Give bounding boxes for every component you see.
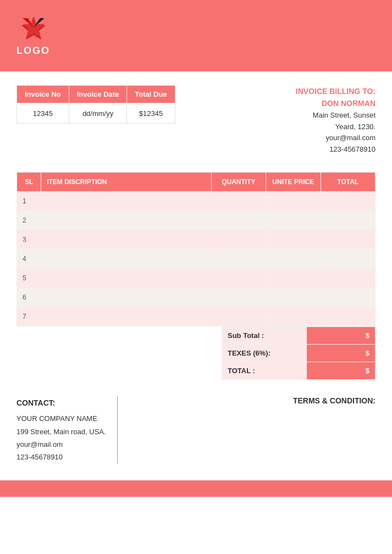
contact-phone: 123-45678910 [16,451,106,463]
row-desc [41,268,211,287]
items-table: SL ITEM DISCRIPTION QUANTITY UNITE PRICE… [16,172,376,326]
row-price [266,191,321,210]
subtotal-value: $ [307,326,376,344]
header: LOGO [0,0,392,71]
terms-title: TERMS & CONDITION: [293,396,376,405]
footer-info: CONTACT: YOUR COMPANY NAME 199 Street, M… [0,385,392,469]
table-row: 2 [17,210,376,230]
total-label: TOTAL : [222,362,307,379]
logo-icon [17,15,50,43]
col-total-due-header: Total Due [127,86,175,103]
row-price [266,307,321,326]
row-sl: 1 [17,191,41,210]
row-price [266,249,321,268]
logo-area: LOGO [16,15,50,57]
col-invoice-date-header: Invoice Date [69,86,127,103]
invoice-meta-table: Invoice No Invoice Date Total Due 12345 … [16,85,175,124]
row-qty [211,230,266,249]
row-desc [41,307,211,326]
col-invoice-no-header: Invoice No [17,86,69,103]
row-sl: 4 [17,249,41,268]
billing-email: your@mail.com [296,132,376,144]
row-qty [211,249,266,268]
row-sl: 7 [17,307,41,326]
items-section: SL ITEM DISCRIPTION QUANTITY UNITE PRICE… [0,172,392,326]
totals-table: Sub Total : $ TEXES (6%): $ TOTAL : $ [222,326,376,380]
contact-company: YOUR COMPANY NAME [16,412,106,425]
col-price-header: UNITE PRICE [266,172,321,191]
row-price [266,210,321,230]
table-row: 5 [17,268,376,287]
contact-address: 199 Street, Main road, USA. [16,425,106,438]
row-total [321,249,375,268]
row-total [321,230,375,249]
row-desc [41,287,211,307]
row-total [321,210,375,230]
col-qty-header: QUANTITY [211,172,266,191]
row-sl: 6 [17,287,41,307]
row-desc [41,210,211,230]
row-qty [211,307,266,326]
footer-inner: CONTACT: YOUR COMPANY NAME 199 Street, M… [16,396,129,464]
row-qty [211,191,266,210]
table-row: 7 [17,307,376,326]
tax-value: $ [307,344,376,362]
row-sl: 2 [17,210,41,230]
col-desc-header: ITEM DISCRIPTION [41,172,211,191]
row-desc [41,230,211,249]
invoice-no-value: 12345 [17,103,69,124]
tax-label: TEXES (6%): [222,344,307,362]
row-total [321,287,375,307]
row-sl: 5 [17,268,41,287]
col-sl-header: SL [17,172,41,191]
row-total [321,268,375,287]
divider-line [117,396,118,464]
row-qty [211,287,266,307]
billing-info: INVOICE BILLING TO: DON NORMAN Main Stre… [296,85,376,156]
row-total [321,307,375,326]
info-section: Invoice No Invoice Date Total Due 12345 … [0,74,392,167]
contact-section: CONTACT: YOUR COMPANY NAME 199 Street, M… [16,396,106,464]
row-desc [41,191,211,210]
totals-section: Sub Total : $ TEXES (6%): $ TOTAL : $ [0,326,392,380]
row-price [266,287,321,307]
invoice-date-value: dd/mm/yy [69,103,127,124]
row-desc [41,249,211,268]
bottom-bar [0,480,392,497]
billing-address2: Yeard, 1230. [296,121,376,133]
row-sl: 3 [17,230,41,249]
table-row: 3 [17,230,376,249]
row-qty [211,268,266,287]
row-price [266,230,321,249]
row-total [321,191,375,210]
total-due-value: $12345 [127,103,175,124]
table-row: 1 [17,191,376,210]
billing-title: INVOICE BILLING TO: [296,85,376,97]
total-value: $ [307,362,376,379]
subtotal-label: Sub Total : [222,326,307,344]
billing-phone: 123-45678910 [296,144,376,156]
col-total-header: TOTAL [321,172,375,191]
table-row: 4 [17,249,376,268]
billing-name: DON NORMAN [296,97,376,109]
terms-section: TERMS & CONDITION: [293,396,376,464]
billing-address1: Main Street, Sunset [296,110,376,121]
contact-email: your@mail.om [16,438,106,451]
row-price [266,268,321,287]
row-qty [211,210,266,230]
logo-text: LOGO [16,45,50,57]
table-row: 6 [17,287,376,307]
contact-title: CONTACT: [16,396,106,410]
